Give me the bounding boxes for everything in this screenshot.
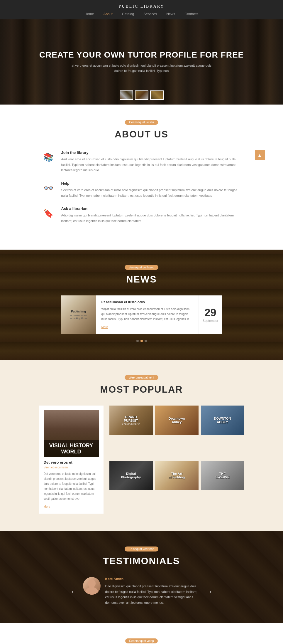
- about-title: ABOUT US: [0, 129, 283, 140]
- nav-news[interactable]: News: [166, 12, 175, 16]
- hero-section: CREATE YOUR OWN TUTOR PROFILE FOR FREE a…: [0, 19, 283, 105]
- featured-title: Det vero eros et: [44, 460, 99, 465]
- about-item-3-title: Ask a librarian: [61, 206, 241, 211]
- svg-point-0: [88, 579, 96, 588]
- featured-text: Det vero eros et iusto odio dignissim qu…: [44, 471, 99, 501]
- book-cover-5[interactable]: The Artof Fielding: [155, 461, 199, 490]
- testimonial-name: Kate Smith: [105, 577, 200, 581]
- hero-title: CREATE YOUR OWN TUTOR PROFILE FOR FREE: [39, 50, 244, 60]
- testimonials-section: Fe opquat veerteop TESTIMONIALS ‹ Kate S…: [0, 531, 283, 623]
- testimonial-avatar: [83, 577, 101, 595]
- popular-grid: GRANDPURSUIT SYLVIA NASAR DowntownAbbey …: [109, 406, 244, 514]
- about-item-1-text: Aad vero eros et accumsan et iusto odio …: [61, 157, 241, 173]
- news-date: 29 September: [199, 295, 222, 334]
- about-items: 📚 Join the library Aad vero eros et accu…: [42, 150, 241, 224]
- testimonial-inner: ‹ Kate Smith Deo dignissim qui blandit p…: [68, 577, 215, 606]
- about-item-2: 👓 Help Seeifois at vero eros et accumsan…: [42, 181, 241, 198]
- testimonial-text-block: Kate Smith Deo dignissim qui blandit pra…: [105, 577, 200, 606]
- about-item-1-title: Join the library: [61, 150, 241, 155]
- bookmark-icon: 🔖: [42, 206, 55, 220]
- popular-inner: VISUAL HISTORY WORLD Det vero eros et Si…: [39, 406, 244, 514]
- testimonial-prev-arrow[interactable]: ‹: [68, 587, 77, 595]
- news-badge: Sersequat vel liteop: [125, 265, 159, 270]
- about-item-2-text: Seeifois at vero eros et accumsan et ius…: [61, 187, 241, 198]
- testimonial-content: Kate Smith Deo dignissim qui blandit pra…: [83, 577, 200, 606]
- book-cover-4[interactable]: DigitalPhotography: [109, 461, 153, 490]
- news-dot-3[interactable]: [145, 340, 147, 342]
- news-dot-1[interactable]: [136, 340, 139, 342]
- news-title: NEWS: [0, 274, 283, 285]
- news-card: Publishing all content worth— making lif…: [61, 295, 222, 334]
- featured-book-title-overlay: VISUAL HISTORY WORLD: [44, 440, 99, 457]
- about-item-3: 🔖 Ask a librarian Adio dignissim qui bla…: [42, 206, 241, 223]
- news-date-number: 29: [204, 307, 216, 319]
- newsletter-badge: Deonrsequat velop: [125, 638, 158, 643]
- news-card-title: Et accumsan et iusto odio: [101, 300, 193, 304]
- news-card-image: Publishing all content worth— making lif…: [61, 295, 96, 334]
- nav-services[interactable]: Services: [143, 12, 157, 16]
- news-card-body: Et accumsan et iusto odio Wdjat nulla fa…: [96, 295, 199, 334]
- popular-title: MOST POPULAR: [0, 384, 283, 395]
- about-text-3: Ask a librarian Adio dignissim qui bland…: [61, 206, 241, 223]
- news-dots: [0, 340, 283, 342]
- about-item-3-text: Adio dignissim qui blandit praesent lupt…: [61, 213, 241, 223]
- book-cover-2[interactable]: DowntownAbbey: [155, 406, 199, 435]
- hero-thumb-2[interactable]: [135, 90, 148, 100]
- popular-section: Weeronsequat vel ii MOST POPULAR VISUAL …: [0, 360, 283, 531]
- news-date-month: September: [203, 319, 218, 322]
- about-text-1: Join the library Aad vero eros et accums…: [61, 150, 241, 173]
- featured-book-image: VISUAL HISTORY WORLD: [44, 410, 99, 457]
- news-card-text: Wdjat nulla facilisis at vero eros et ac…: [101, 307, 193, 322]
- hero-subtitle: at vero eros et accumsan et iusto odio d…: [71, 63, 212, 73]
- nav-contacts[interactable]: Contacts: [184, 12, 198, 16]
- newsletter-section: Deonrsequat velop NEWSLETTER SIGN UP ✉: [0, 623, 283, 644]
- nav-catalog[interactable]: Catalog: [122, 12, 134, 16]
- featured-more-link[interactable]: More: [44, 505, 50, 508]
- hero-thumb-3[interactable]: [150, 90, 164, 100]
- hero-thumbnails: [120, 90, 164, 100]
- popular-featured: VISUAL HISTORY WORLD Det vero eros et Si…: [39, 406, 104, 514]
- scroll-top-button[interactable]: ▲: [255, 150, 265, 160]
- about-badge: Coensequat vel illu: [125, 120, 158, 125]
- nav-home[interactable]: Home: [84, 12, 94, 16]
- testimonials-title: TESTIMONIALS: [0, 556, 283, 566]
- hero-thumb-1[interactable]: [120, 90, 133, 100]
- news-dot-2[interactable]: [140, 340, 143, 342]
- testimonial-text: Deo dignissim qui blandit praesent lupta…: [105, 584, 200, 606]
- popular-badge: Weeronsequat vel ii: [125, 375, 159, 380]
- about-section: Coensequat vel illu ABOUT US 📚 Join the …: [0, 105, 283, 250]
- book-cover-6[interactable]: THESWERVE: [201, 461, 244, 490]
- news-more-link[interactable]: More: [101, 325, 108, 329]
- books-icon: 📚: [42, 150, 55, 164]
- featured-subtitle: Siren et accumsan: [44, 466, 99, 469]
- about-item-1: 📚 Join the library Aad vero eros et accu…: [42, 150, 241, 173]
- navigation: PUBLIC LIBRARY Home About Catalog Servic…: [0, 0, 283, 19]
- book-cover-1[interactable]: GRANDPURSUIT SYLVIA NASAR: [109, 406, 153, 435]
- testimonial-next-arrow[interactable]: ›: [206, 587, 215, 595]
- nav-links: Home About Catalog Services News Contact…: [0, 11, 283, 16]
- about-item-2-title: Help: [61, 181, 241, 186]
- site-title: PUBLIC LIBRARY: [0, 4, 283, 9]
- book-cover-3[interactable]: DOWNTONABBEY: [201, 406, 244, 435]
- news-image-inner: Publishing all content worth— making lif…: [61, 295, 96, 334]
- news-section: Sersequat vel liteop NEWS Publishing all…: [0, 250, 283, 360]
- glasses-icon: 👓: [42, 181, 55, 195]
- about-text-2: Help Seeifois at vero eros et accumsan e…: [61, 181, 241, 198]
- testimonials-badge: Fe opquat veerteop: [125, 547, 158, 551]
- nav-about[interactable]: About: [103, 12, 112, 16]
- svg-point-1: [85, 587, 98, 595]
